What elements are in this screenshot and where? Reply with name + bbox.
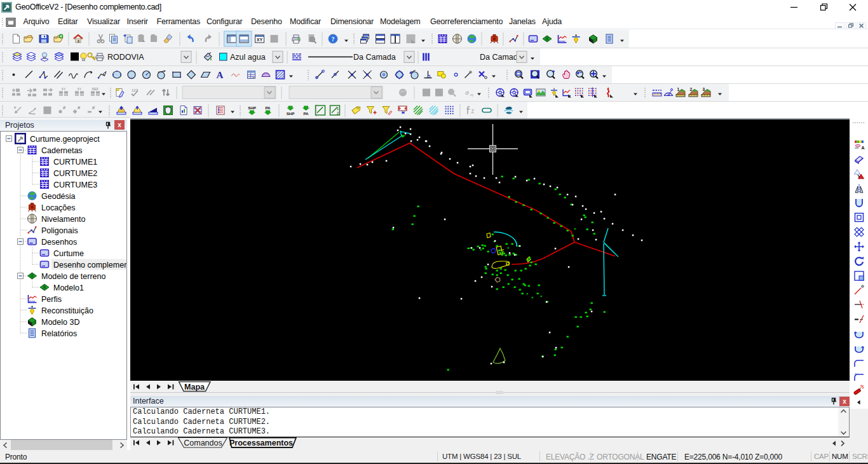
svg-text:CURTUME3: CURTUME3 [53, 181, 97, 189]
svg-text:Comandos: Comandos [184, 439, 222, 447]
svg-text:Relatórios: Relatórios [41, 329, 77, 338]
svg-text:SHP: SHP [248, 106, 256, 110]
svg-text:CURTUME1: CURTUME1 [53, 158, 97, 167]
svg-text:XY: XY [78, 87, 82, 91]
svg-text:Cadernetas: Cadernetas [41, 146, 83, 155]
svg-text:2: 2 [337, 111, 339, 115]
svg-text:Desenho complement: Desenho complement [53, 261, 126, 270]
svg-text:Reconstituição: Reconstituição [41, 306, 93, 315]
svg-text:XY: XY [62, 87, 66, 91]
svg-text:Mapa: Mapa [184, 383, 205, 392]
svg-text:Modelo1: Modelo1 [53, 283, 84, 292]
svg-text:Curtume.geoproject: Curtume.geoproject [30, 135, 100, 144]
svg-text:Locações: Locações [41, 203, 76, 212]
svg-text:CURTUME2: CURTUME2 [53, 169, 97, 178]
svg-text:z: z [79, 105, 81, 109]
svg-text:A: A [862, 146, 865, 150]
svg-text:2: 2 [690, 87, 693, 92]
svg-text:Curtume: Curtume [53, 249, 84, 258]
svg-text:PA: PA [303, 111, 309, 116]
svg-text:1: 1 [337, 107, 339, 111]
svg-text:Azul agua: Azul agua [230, 53, 266, 62]
svg-text:Da Camada: Da Camada [353, 53, 396, 62]
svg-text:Modelo de terreno: Modelo de terreno [41, 272, 106, 281]
svg-text:Poligonais: Poligonais [41, 226, 78, 235]
svg-text:Desenhos: Desenhos [41, 238, 77, 247]
svg-text:Geodésia: Geodésia [41, 192, 76, 201]
svg-text:Da Camada: Da Camada [480, 53, 522, 62]
svg-text:σ: σ [465, 88, 469, 96]
svg-text:Σ: Σ [471, 109, 475, 114]
svg-text:XY: XY [257, 38, 263, 42]
svg-text:REF: REF [92, 87, 98, 91]
svg-text:1: 1 [677, 87, 680, 92]
svg-text:z: z [93, 105, 95, 109]
svg-text:z: z [64, 105, 66, 109]
svg-text:Perfis: Perfis [41, 295, 62, 304]
svg-text:Processamentos: Processamentos [229, 439, 293, 447]
svg-text:xy: xy [470, 93, 474, 97]
svg-text:SHP: SHP [287, 111, 295, 116]
svg-text:PA: PA [265, 106, 271, 110]
svg-text:Modelo 3D: Modelo 3D [41, 318, 79, 327]
svg-text:RODOVIA: RODOVIA [107, 53, 144, 62]
svg-text:A: A [217, 70, 224, 80]
svg-text:Nivelamento: Nivelamento [41, 215, 86, 224]
svg-text:3: 3 [703, 87, 705, 92]
svg-text:?: ? [332, 36, 335, 43]
